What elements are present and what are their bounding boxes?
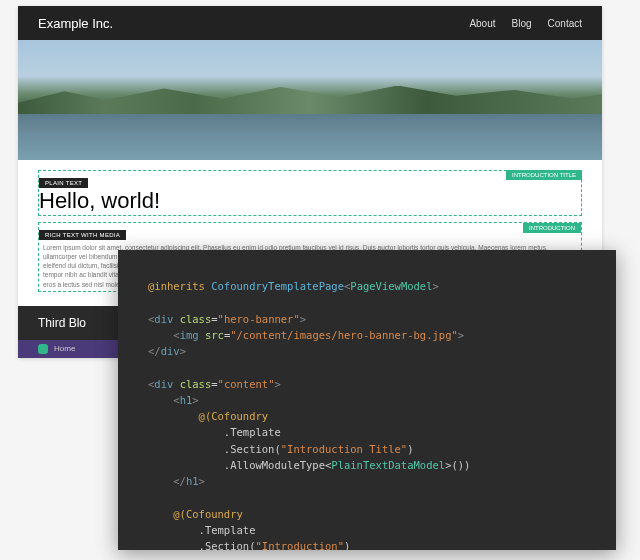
code-token: .Template <box>224 426 281 438</box>
code-token: PlainTextDataModel <box>331 459 445 471</box>
code-token: ) <box>407 443 413 455</box>
nav-link-about[interactable]: About <box>469 18 495 29</box>
code-token: div <box>161 345 180 357</box>
code-token: >()) <box>445 459 470 471</box>
brand-title: Example Inc. <box>38 16 469 31</box>
nav-link-blog[interactable]: Blog <box>512 18 532 29</box>
code-token: PageViewModel <box>350 280 432 292</box>
code-token: class <box>180 378 212 390</box>
site-navbar: Example Inc. About Blog Contact <box>18 6 602 40</box>
nav-links: About Blog Contact <box>469 18 582 29</box>
section-badge-intro-title[interactable]: INTRODUCTION TITLE <box>506 170 582 180</box>
gear-icon[interactable] <box>38 344 48 354</box>
code-token: h1 <box>186 475 199 487</box>
code-token: src <box>205 329 224 341</box>
code-token: "/content/images/hero-banner-bg.jpg" <box>230 329 458 341</box>
blog-card-title[interactable]: Third Blo <box>38 316 86 330</box>
code-token: .AllowModuleType< <box>224 459 331 471</box>
code-token: div <box>154 378 173 390</box>
code-token: .Template <box>199 524 256 536</box>
code-editor-panel: @inherits CofoundryTemplatePage<PageView… <box>118 250 616 550</box>
code-token: CofoundryTemplatePage <box>211 280 344 292</box>
home-link[interactable]: Home <box>54 344 75 353</box>
module-label-plaintext: PLAIN TEXT <box>39 178 88 188</box>
page-headline[interactable]: Hello, world! <box>39 189 577 213</box>
code-token: "content" <box>218 378 275 390</box>
code-token: ) <box>344 540 350 550</box>
code-token: .Section( <box>199 540 256 550</box>
hero-banner-image <box>18 40 602 160</box>
code-token: div <box>154 313 173 325</box>
intro-title-region[interactable]: PLAIN TEXT Hello, world! <box>38 170 582 216</box>
code-token: "Introduction" <box>255 540 344 550</box>
nav-link-contact[interactable]: Contact <box>548 18 582 29</box>
code-token: .Section( <box>224 443 281 455</box>
code-token: @(Cofoundry <box>173 508 243 520</box>
code-token: "hero-banner" <box>218 313 300 325</box>
code-token: h1 <box>180 394 193 406</box>
code-token: img <box>180 329 199 341</box>
module-label-richtext: RICH TEXT WITH MEDIA <box>39 230 126 240</box>
section-badge-intro[interactable]: INTRODUCTION <box>523 223 581 233</box>
code-token: @(Cofoundry <box>199 410 269 422</box>
code-token: "Introduction Title" <box>281 443 407 455</box>
code-token: @inherits <box>148 280 211 292</box>
code-token: class <box>180 313 212 325</box>
